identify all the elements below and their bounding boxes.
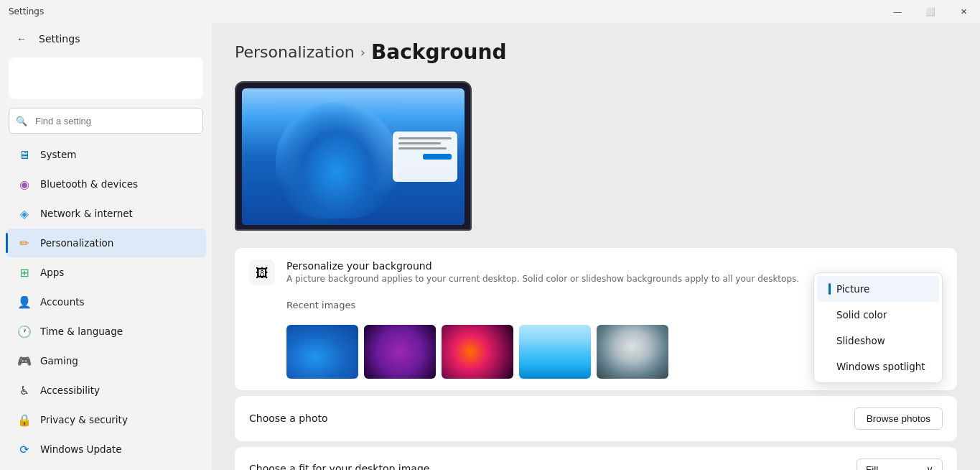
accessibility-icon: ♿ [17, 383, 32, 397]
sidebar-item-privacy[interactable]: 🔒 Privacy & security [6, 405, 206, 434]
recent-image-5[interactable] [597, 325, 668, 379]
maximize-button[interactable]: ⬜ [914, 0, 947, 23]
sidebar-label-gaming: Gaming [40, 355, 78, 367]
choose-fit-row: Choose a fit for your desktop image Fill… [235, 447, 957, 470]
choose-fit-card: Choose a fit for your desktop image Fill… [235, 447, 957, 470]
sidebar-item-gaming[interactable]: 🎮 Gaming [6, 346, 206, 375]
dropdown-label-picture: Picture [836, 283, 869, 295]
sidebar-label-update: Windows Update [40, 443, 121, 455]
app-body: ← Settings 🔍 🖥 System ◉ Bluetooth & devi… [0, 23, 980, 470]
sidebar-label-accounts: Accounts [40, 296, 85, 308]
fit-value: Fill [866, 464, 878, 471]
dropdown-item-spotlight[interactable]: Windows spotlight [817, 354, 939, 379]
window-controls: — ⬜ ✕ [881, 0, 980, 23]
monitor-widget [393, 132, 457, 182]
monitor-frame [235, 81, 472, 231]
widget-line-2 [398, 142, 441, 144]
dropdown-item-picture[interactable]: Picture [817, 276, 939, 302]
sidebar-item-system[interactable]: 🖥 System [6, 140, 206, 169]
user-preview-box [9, 57, 203, 99]
breadcrumb-parent[interactable]: Personalization [235, 43, 355, 61]
dropdown-label-spotlight: Windows spotlight [836, 361, 925, 372]
close-button[interactable]: ✕ [947, 0, 980, 23]
choose-photo-card: Choose a photo Browse photos [235, 396, 957, 441]
background-type-dropdown-menu: Picture Solid color Slideshow Windo [813, 272, 943, 383]
sidebar-label-time: Time & language [40, 326, 123, 337]
widget-button-shape [423, 154, 452, 160]
recent-image-2[interactable] [364, 325, 436, 379]
recent-image-3[interactable] [442, 325, 513, 379]
breadcrumb-current: Background [371, 40, 506, 64]
main-content: Personalization › Background [212, 23, 980, 470]
search-container: 🔍 [9, 108, 203, 134]
sidebar-item-apps[interactable]: ⊞ Apps [6, 258, 206, 287]
personalize-icon: 🖼 [249, 259, 275, 285]
dropdown-selected-indicator [829, 283, 831, 295]
widget-line-1 [398, 137, 452, 139]
recent-image-4[interactable] [519, 325, 591, 379]
personalize-row: 🖼 Personalize your background A picture … [235, 248, 957, 297]
browse-photos-button[interactable]: Browse photos [854, 407, 943, 430]
sidebar-label-apps: Apps [40, 267, 64, 278]
dropdown-label-solid-color: Solid color [836, 309, 887, 321]
gaming-icon: 🎮 [17, 354, 32, 368]
choose-photo-text: Choose a photo [249, 413, 854, 425]
privacy-icon: 🔒 [17, 413, 32, 427]
sidebar-label-accessibility: Accessibility [40, 384, 100, 396]
sidebar-item-accounts[interactable]: 👤 Accounts [6, 287, 206, 316]
personalization-icon: ✏ [17, 236, 32, 250]
update-icon: ⟳ [17, 442, 32, 456]
monitor-preview [235, 81, 472, 231]
sidebar-label-personalization: Personalization [40, 237, 113, 249]
dropdown-label-slideshow: Slideshow [836, 335, 885, 346]
breadcrumb-separator: › [360, 45, 365, 60]
sidebar-item-update[interactable]: ⟳ Windows Update [6, 435, 206, 464]
app-title: Settings [9, 6, 44, 17]
widget-line-3 [398, 147, 447, 149]
sidebar-label-bluetooth: Bluetooth & devices [40, 178, 138, 190]
dropdown-item-solid-color[interactable]: Solid color [817, 302, 939, 328]
chevron-down-icon: ∨ [926, 464, 933, 470]
widget-lines [398, 137, 452, 149]
sidebar-item-network[interactable]: ◈ Network & internet [6, 199, 206, 228]
network-icon: ◈ [17, 206, 32, 221]
sidebar-item-bluetooth[interactable]: ◉ Bluetooth & devices [6, 170, 206, 198]
sidebar-nav: 🖥 System ◉ Bluetooth & devices ◈ Network… [0, 139, 212, 464]
breadcrumb: Personalization › Background [235, 40, 957, 64]
choose-photo-title: Choose a photo [249, 413, 854, 424]
sidebar-item-personalization[interactable]: ✏ Personalization [6, 229, 206, 257]
apps-icon: ⊞ [17, 265, 32, 280]
search-input[interactable] [9, 108, 203, 134]
choose-photo-row: Choose a photo Browse photos [235, 396, 957, 441]
time-icon: 🕐 [17, 324, 32, 338]
choose-fit-title: Choose a fit for your desktop image [249, 463, 857, 470]
sidebar-label-privacy: Privacy & security [40, 414, 128, 425]
accounts-icon: 👤 [17, 295, 32, 309]
wallpaper-flower [276, 102, 398, 218]
personalize-title: Personalize your background [286, 260, 943, 272]
system-icon: 🖥 [17, 147, 32, 162]
sidebar-title: Settings [39, 33, 80, 45]
monitor-screen [242, 88, 465, 225]
titlebar: Settings — ⬜ ✕ [0, 0, 980, 23]
minimize-button[interactable]: — [881, 0, 914, 23]
recent-image-1[interactable] [286, 325, 358, 379]
bluetooth-icon: ◉ [17, 177, 32, 191]
sidebar-label-network: Network & internet [40, 208, 133, 219]
sidebar-header: ← Settings [0, 23, 212, 57]
fit-dropdown-button[interactable]: Fill ∨ [857, 459, 943, 470]
back-button[interactable]: ← [11, 29, 32, 49]
sidebar-label-system: System [40, 149, 76, 160]
sidebar: ← Settings 🔍 🖥 System ◉ Bluetooth & devi… [0, 23, 212, 470]
choose-fit-text: Choose a fit for your desktop image [249, 463, 857, 470]
dropdown-item-slideshow[interactable]: Slideshow [817, 328, 939, 354]
sidebar-item-accessibility[interactable]: ♿ Accessibility [6, 376, 206, 405]
personalize-card: 🖼 Personalize your background A picture … [235, 248, 957, 390]
sidebar-item-time[interactable]: 🕐 Time & language [6, 317, 206, 346]
